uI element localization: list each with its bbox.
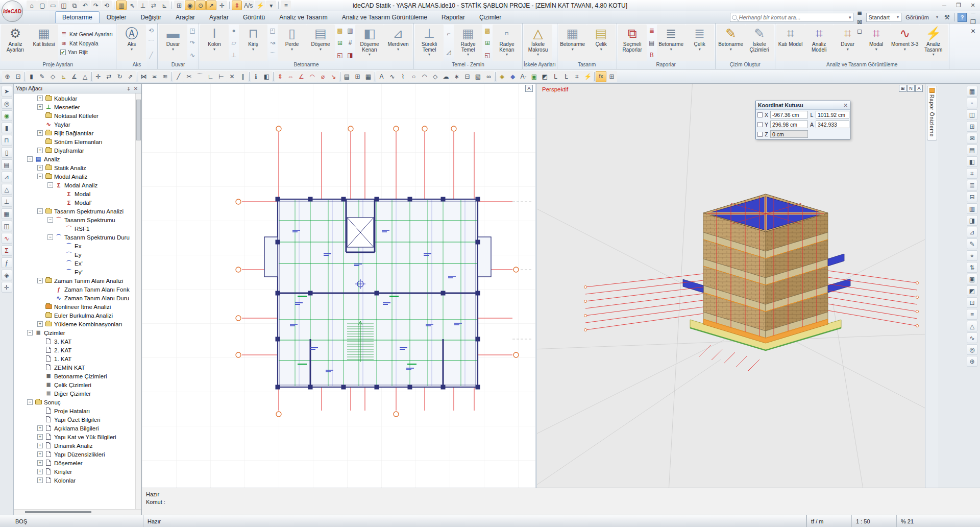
- duvar-arc-icon[interactable]: ↷: [190, 40, 195, 46]
- stair2-tool[interactable]: ⊿: [967, 227, 977, 237]
- tab-objeler[interactable]: Objeler: [100, 11, 134, 23]
- close-icon[interactable]: ✕: [843, 102, 848, 108]
- tree-item[interactable]: ≣Betonarme Çizimleri: [14, 372, 141, 380]
- tree-expander[interactable]: +: [37, 469, 43, 474]
- tree-item[interactable]: −ΣModal Analiz: [14, 181, 141, 189]
- fill2-tool[interactable]: ▣: [967, 274, 977, 284]
- tree-expander[interactable]: +: [37, 148, 43, 153]
- kolon-mantar-icon[interactable]: ⊥: [231, 52, 236, 59]
- surekli-temel-button[interactable]: ⊥Sürekli Temel▾: [415, 25, 444, 61]
- move-tool[interactable]: ✛: [93, 71, 104, 82]
- align-tool[interactable]: ≍: [149, 71, 160, 82]
- close-view-icon[interactable]: ⊠: [855, 17, 865, 27]
- tree-expander[interactable]: −: [27, 330, 33, 336]
- fillet-tool[interactable]: ⌒: [194, 71, 205, 82]
- close-icon[interactable]: ✕: [132, 86, 139, 91]
- leader-tool[interactable]: ↘: [328, 71, 339, 82]
- info-tool[interactable]: ℹ: [251, 71, 261, 82]
- tree-item[interactable]: 2. KAT: [14, 346, 141, 354]
- kolon-poly-icon[interactable]: ▱: [231, 40, 236, 46]
- coordinate-field-x[interactable]: -967.36 cm: [770, 111, 808, 118]
- radye-corner-icon[interactable]: ◱: [484, 52, 490, 59]
- minimize-button[interactable]: ─: [937, 1, 951, 10]
- view-corner-button[interactable]: A: [915, 85, 923, 92]
- label-tool[interactable]: ⊾: [58, 71, 69, 82]
- wall-tool[interactable]: ▯: [2, 147, 12, 158]
- home-button[interactable]: ⌂: [27, 1, 37, 10]
- tree-item[interactable]: +⊥Mesnetler: [14, 103, 141, 111]
- polyline-tool[interactable]: ⌇: [398, 71, 408, 82]
- line-weight-tool[interactable]: ▮: [26, 71, 37, 82]
- tree-expander[interactable]: +: [37, 165, 43, 171]
- tree-item[interactable]: ≣Çelik Çizimleri: [14, 380, 141, 389]
- layer-l1-tool[interactable]: L: [550, 71, 561, 82]
- node-tool[interactable]: ◉: [2, 110, 12, 121]
- select-tool[interactable]: ➤: [2, 86, 12, 97]
- hatch-tool[interactable]: ▧: [473, 71, 483, 82]
- tab-araçlar[interactable]: Araçlar: [168, 11, 202, 23]
- break-tool[interactable]: ✕: [227, 71, 237, 82]
- open-file-button[interactable]: ▭: [48, 1, 58, 10]
- report-preview-tab[interactable]: Rapor Önizleme: [927, 86, 937, 140]
- render-tool[interactable]: ◈: [2, 270, 12, 280]
- line-tool[interactable]: ╱: [173, 71, 184, 82]
- checkbox-icon[interactable]: [757, 122, 763, 127]
- checkbox-icon[interactable]: [757, 132, 763, 137]
- coordinate-field-a[interactable]: 342.933: [816, 121, 849, 128]
- arc-tool[interactable]: ◠: [419, 71, 430, 82]
- node-snap-toggle[interactable]: ◉: [185, 1, 195, 10]
- mdi-restore-button[interactable]: ❐: [968, 17, 978, 27]
- merdiven-button[interactable]: ⊿Merdiven▾: [384, 25, 412, 61]
- perpendicular-snap-toggle[interactable]: ⊥: [138, 1, 148, 10]
- duvar-button[interactable]: ▬Duvar▾: [159, 25, 187, 61]
- extend-tool[interactable]: ⊢: [216, 71, 227, 82]
- kiris-button[interactable]: ⊓Kiriş▾: [239, 25, 267, 61]
- measure2-tool[interactable]: ⊟: [967, 191, 977, 202]
- help-button[interactable]: ?: [958, 13, 967, 22]
- tree-expander[interactable]: +: [37, 321, 43, 327]
- column-tool[interactable]: ▮: [2, 123, 12, 133]
- tree-item[interactable]: ∿Yaylar: [14, 120, 141, 129]
- trim-tool[interactable]: ✂: [184, 71, 194, 82]
- tree-item[interactable]: +Dinamik Analiz: [14, 441, 141, 450]
- tree-expander[interactable]: −: [27, 399, 33, 405]
- qat-more-button[interactable]: ▾: [266, 1, 276, 10]
- app-logo-icon[interactable]: ideCAD: [2, 1, 23, 22]
- style-combo[interactable]: Standart ▾: [866, 13, 902, 22]
- view-corner-button[interactable]: ⊞: [899, 85, 906, 92]
- dim-arc-tool[interactable]: ◠: [307, 71, 317, 82]
- annotate-tool[interactable]: ✎: [967, 238, 977, 249]
- function-tool[interactable]: ƒ: [2, 257, 12, 268]
- list-tool[interactable]: ≣: [967, 180, 977, 190]
- coordinate-field-z[interactable]: 0 cm: [770, 130, 808, 138]
- spring-tool[interactable]: ∿: [2, 233, 12, 244]
- tree-item[interactable]: −Sonuç: [14, 398, 141, 406]
- license-key-icon[interactable]: ⚒: [942, 13, 952, 22]
- tree-expander[interactable]: +: [37, 425, 43, 431]
- checkbox-icon[interactable]: [757, 112, 763, 117]
- tab-analiz-ve-tasarım-görüntüleme[interactable]: Analiz ve Tasarım Görüntüleme: [335, 11, 434, 23]
- revert-button[interactable]: ⟲: [102, 1, 112, 10]
- angle-tool[interactable]: ∡: [69, 71, 80, 82]
- spline-tool[interactable]: ∿: [387, 71, 398, 82]
- tree-item[interactable]: Nonlineer İtme Analizi: [14, 302, 141, 311]
- radye-kenari-button[interactable]: ▫Radye Kenarı▾: [493, 25, 521, 61]
- triangle2-tool[interactable]: △: [967, 321, 977, 331]
- grid-settings-tool[interactable]: ⊞: [606, 71, 617, 82]
- tree-item[interactable]: +Yapı Kat ve Yük Bilgileri: [14, 433, 141, 441]
- tree-item[interactable]: ∿Zaman Tanım Alanı Duru: [14, 294, 141, 302]
- tree-expander[interactable]: −: [37, 278, 43, 283]
- tree-expander[interactable]: +: [37, 443, 43, 448]
- tree-expander[interactable]: +: [37, 451, 43, 457]
- tree-item[interactable]: +Yükleme Kombinasyonları: [14, 320, 141, 328]
- pin-icon[interactable]: ↧: [125, 86, 132, 91]
- dim-angle-tool[interactable]: ∠: [296, 71, 307, 82]
- tree-item[interactable]: ⌒Ex': [14, 259, 141, 268]
- stair-tool[interactable]: ⊿: [2, 172, 12, 182]
- panel-tool[interactable]: ◫: [2, 221, 12, 231]
- dimension-toggle[interactable]: ⇕: [232, 1, 242, 10]
- tab-betonarme[interactable]: Betonarme: [55, 11, 100, 23]
- mesh-tool[interactable]: ▦: [2, 208, 12, 219]
- array-tool[interactable]: ≋: [160, 71, 170, 82]
- tree-item[interactable]: +Kirişler: [14, 467, 141, 476]
